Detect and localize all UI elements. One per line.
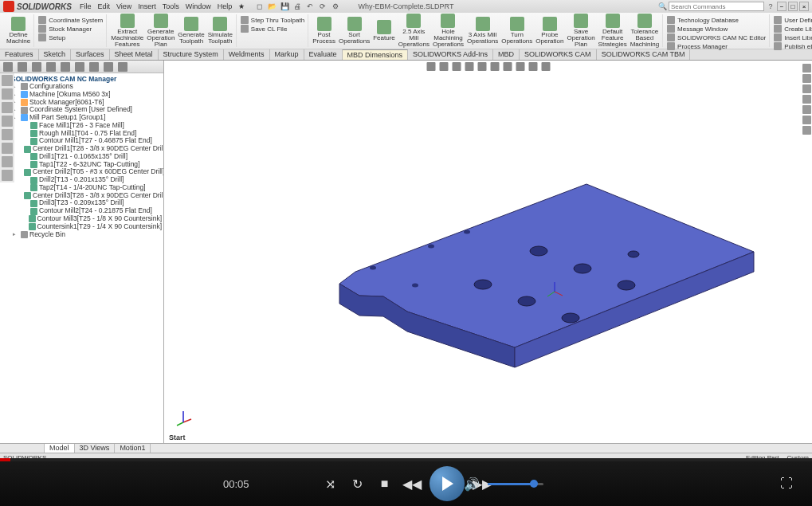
tab-solidworks-cam-tbm[interactable]: SOLIDWORKS CAM TBM bbox=[597, 49, 691, 60]
tab-sketch[interactable]: Sketch bbox=[39, 49, 72, 60]
tab-mbd-dimensions[interactable]: MBD Dimensions bbox=[343, 49, 409, 60]
maximize-button[interactable]: □ bbox=[788, 2, 798, 11]
tree-icon-9[interactable] bbox=[118, 62, 127, 72]
play-button[interactable] bbox=[430, 466, 465, 501]
tree-icon-1[interactable] bbox=[3, 62, 13, 72]
tree-icon-2[interactable] bbox=[18, 62, 27, 72]
op-button-2[interactable]: Feature bbox=[373, 20, 395, 41]
edit-appearance-icon[interactable] bbox=[516, 62, 524, 71]
fullscreen-button[interactable]: ⛶ bbox=[777, 474, 796, 493]
print-icon[interactable]: 🖨 bbox=[292, 2, 302, 11]
right-link-4[interactable]: User Defined Tool/Holder bbox=[774, 16, 812, 24]
forum-icon[interactable] bbox=[802, 126, 811, 135]
shuffle-button[interactable]: ⤨ bbox=[321, 474, 340, 493]
apply-scene-icon[interactable] bbox=[528, 62, 537, 71]
new-icon[interactable]: ◻ bbox=[254, 2, 264, 11]
setup-button[interactable]: Setup bbox=[38, 33, 103, 41]
volume-slider[interactable] bbox=[488, 483, 543, 485]
view-settings-icon[interactable] bbox=[541, 62, 550, 71]
view-palette-icon[interactable] bbox=[802, 95, 811, 104]
op-button-0[interactable]: Post Process bbox=[312, 17, 335, 45]
save-cl-file-button[interactable]: Save CL File bbox=[241, 25, 304, 33]
right-link-7[interactable]: Publish eDrawings bbox=[774, 42, 812, 50]
rebuild-icon[interactable]: ⟳ bbox=[318, 2, 328, 11]
tree-icon-8[interactable] bbox=[104, 62, 113, 72]
tree-icon-7[interactable] bbox=[89, 62, 99, 72]
right-link-0[interactable]: Technology Database bbox=[667, 16, 766, 24]
appearances-icon[interactable] bbox=[802, 105, 811, 114]
step-thru-toolpath-button[interactable]: Step Thru Toolpath bbox=[241, 16, 304, 24]
tab-surfaces[interactable]: Surfaces bbox=[71, 49, 110, 60]
search-icon[interactable]: 🔍 bbox=[657, 2, 667, 11]
menu-edit[interactable]: Edit bbox=[97, 2, 110, 10]
view-orientation-icon[interactable] bbox=[477, 62, 486, 71]
volume-knob[interactable] bbox=[530, 480, 538, 488]
coordinate-system-button[interactable]: Coordinate System bbox=[38, 16, 103, 24]
zoom-area-icon[interactable] bbox=[439, 62, 448, 71]
file-explorer-icon[interactable] bbox=[802, 84, 811, 93]
op-button-1[interactable]: Sort Operations bbox=[339, 17, 370, 45]
bottom-tab-motion[interactable]: Motion1 bbox=[115, 444, 151, 453]
cam-op-icon[interactable] bbox=[2, 156, 13, 167]
options-icon[interactable]: ⚙ bbox=[331, 2, 340, 11]
hide-show-icon[interactable] bbox=[503, 62, 512, 71]
right-link-1[interactable]: Message Window bbox=[667, 25, 766, 33]
zoom-fit-icon[interactable] bbox=[426, 62, 435, 71]
cam-feature-icon[interactable] bbox=[2, 143, 13, 154]
menu-help[interactable]: Help bbox=[218, 2, 233, 10]
undo-icon[interactable]: ↶ bbox=[305, 2, 315, 11]
stop-button[interactable]: ■ bbox=[375, 474, 394, 493]
menu-star-icon[interactable]: ★ bbox=[238, 2, 245, 10]
displaymanager-icon[interactable] bbox=[2, 129, 13, 140]
tab-sheet-metal[interactable]: Sheet Metal bbox=[110, 49, 159, 60]
save-icon[interactable]: 💾 bbox=[280, 2, 289, 11]
tab-evaluate[interactable]: Evaluate bbox=[304, 49, 343, 60]
sw-resources-icon[interactable] bbox=[802, 64, 811, 73]
propertymanager-icon[interactable] bbox=[2, 88, 13, 100]
simulate-toolpath-button[interactable]: Simulate Toolpath bbox=[208, 17, 233, 45]
open-icon[interactable]: 📂 bbox=[267, 2, 277, 11]
previous-view-icon[interactable] bbox=[452, 62, 461, 71]
minimize-button[interactable]: − bbox=[777, 2, 787, 11]
menu-tools[interactable]: Tools bbox=[163, 2, 179, 10]
tab-markup[interactable]: Markup bbox=[270, 49, 304, 60]
rewind-button[interactable]: ◀◀ bbox=[402, 474, 422, 493]
tree-root-node[interactable]: SOLIDWORKS CAM NC Manager bbox=[2, 75, 162, 83]
generate-toolpath-button[interactable]: Generate Toolpath bbox=[178, 17, 204, 45]
tree-icon-3[interactable] bbox=[32, 62, 41, 72]
tree-node-18[interactable]: Countersink1[T29 - 1/4 X 90 Countersink] bbox=[2, 223, 162, 231]
tree-icon-6[interactable] bbox=[75, 62, 84, 72]
tree-icon-4[interactable] bbox=[46, 62, 56, 72]
right-link-2[interactable]: SOLIDWORKS CAM NC Editor bbox=[667, 33, 766, 41]
3d-viewport[interactable]: Start bbox=[164, 61, 812, 443]
configmanager-icon[interactable] bbox=[2, 102, 13, 113]
featuremanager-icon[interactable] bbox=[2, 75, 13, 86]
op-button-10[interactable]: Tolerance Based Machining bbox=[630, 14, 659, 48]
dimxpert-icon[interactable] bbox=[2, 116, 13, 127]
section-view-icon[interactable] bbox=[465, 62, 473, 71]
display-style-icon[interactable] bbox=[490, 62, 499, 71]
tab-solidworks-cam[interactable]: SOLIDWORKS CAM bbox=[520, 49, 597, 60]
op-button-9[interactable]: Default Feature Strategies bbox=[598, 14, 627, 48]
menu-view[interactable]: View bbox=[116, 2, 131, 10]
tab-solidworks-add-ins[interactable]: SOLIDWORKS Add-Ins bbox=[408, 49, 493, 60]
tree-node-19[interactable]: ▸Recycle Bin bbox=[2, 231, 162, 239]
menu-file[interactable]: File bbox=[80, 2, 92, 10]
tab-mbd[interactable]: MBD bbox=[493, 49, 520, 60]
op-button-3[interactable]: 2.5 Axis Mill Operations bbox=[398, 14, 430, 48]
tab-structure-system[interactable]: Structure System bbox=[159, 49, 224, 60]
op-button-7[interactable]: Probe Operation bbox=[535, 17, 563, 45]
op-button-5[interactable]: 3 Axis Mill Operations bbox=[467, 17, 498, 45]
stock-manager-button[interactable]: Stock Manager bbox=[38, 25, 103, 33]
extract-features-button[interactable]: Extract Machinable Features bbox=[111, 14, 143, 48]
tab-features[interactable]: Features bbox=[0, 49, 39, 60]
right-link-5[interactable]: Create Library Object bbox=[774, 25, 812, 33]
cam-tool-icon[interactable] bbox=[2, 170, 13, 181]
custom-props-icon[interactable] bbox=[802, 116, 811, 124]
design-library-icon[interactable] bbox=[802, 74, 811, 83]
volume-icon[interactable]: 🔊 bbox=[462, 474, 481, 493]
op-button-4[interactable]: Hole Machining Operations bbox=[433, 14, 464, 48]
bottom-tab-model[interactable]: Model bbox=[45, 444, 75, 453]
replay-button[interactable]: ↻ bbox=[348, 474, 367, 493]
op-button-6[interactable]: Turn Operations bbox=[501, 17, 532, 45]
